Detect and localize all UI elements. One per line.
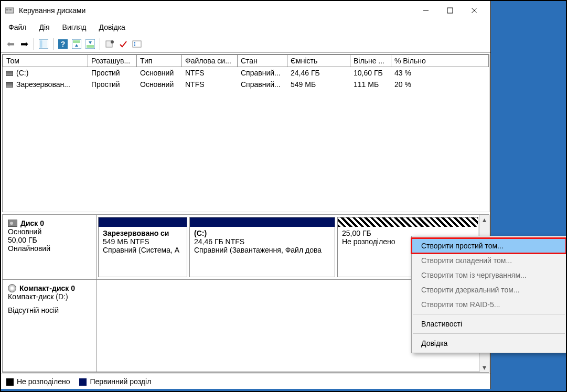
swatch-unallocated xyxy=(6,378,14,386)
volume-row[interactable]: (C:) Простий Основний NTFS Справний... 2… xyxy=(3,67,489,79)
ctx-create-raid5-volume[interactable]: Створити том RAID-5... xyxy=(412,297,566,312)
disk-row: Диск 0 Основний 50,00 ГБ Онлайновий Заре… xyxy=(3,215,479,280)
col-free[interactable]: Вільне ... xyxy=(350,55,391,67)
list-button[interactable] xyxy=(131,38,143,50)
ctx-create-mirror-volume[interactable]: Створити дзеркальний том... xyxy=(412,282,566,297)
view-top-button[interactable] xyxy=(70,38,83,50)
volume-list: Том Розташув... Тип Файлова си... Стан Є… xyxy=(2,54,489,212)
svg-rect-22 xyxy=(134,43,135,45)
menu-file[interactable]: Файл xyxy=(5,22,29,32)
show-hide-tree-button[interactable] xyxy=(37,38,50,50)
menu-view[interactable]: Вигляд xyxy=(59,22,90,32)
close-button[interactable] xyxy=(462,2,486,19)
legend-unallocated: Не розподілено xyxy=(17,377,70,386)
nav-forward-button[interactable]: ➡ xyxy=(18,38,30,50)
ctx-properties[interactable]: Властивості xyxy=(412,317,566,331)
view-bottom-button[interactable] xyxy=(84,38,97,50)
legend-primary: Первинний розділ xyxy=(90,377,151,386)
volume-fs: NTFS xyxy=(182,68,238,78)
volume-fs: NTFS xyxy=(182,80,238,89)
window-title: Керування дисками xyxy=(19,6,85,15)
help-button[interactable]: ? xyxy=(57,38,69,50)
partition-info: 549 МБ NTFS xyxy=(103,237,183,246)
volume-free: 10,60 ГБ xyxy=(350,68,391,78)
volume-capacity: 549 МБ xyxy=(287,80,350,89)
partition-status: Справний (Система, А xyxy=(103,246,183,254)
ctx-create-simple-volume[interactable]: Створити простий том... xyxy=(412,238,566,253)
col-type[interactable]: Тип xyxy=(137,55,182,67)
toolbar-separator xyxy=(53,38,54,50)
svg-text:?: ? xyxy=(61,40,66,48)
svg-rect-8 xyxy=(40,40,42,48)
disk-info[interactable]: Диск 0 Основний 50,00 ГБ Онлайновий xyxy=(3,215,97,279)
menu-help[interactable]: Довідка xyxy=(96,22,129,32)
disk-info[interactable]: Компакт-диск 0 Компакт-диск (D:) Відсутн… xyxy=(3,280,97,372)
svg-point-19 xyxy=(111,40,114,43)
minimize-button[interactable] xyxy=(414,2,438,19)
menubar: Файл Дія Вигляд Довідка xyxy=(1,20,490,36)
volume-status: Справний... xyxy=(238,80,287,89)
partition-info: 24,46 ГБ NTFS xyxy=(194,237,330,246)
app-icon xyxy=(5,6,15,15)
ctx-create-spanned-volume[interactable]: Створити складений том... xyxy=(412,253,566,268)
disk-size: 50,00 ГБ xyxy=(8,236,91,244)
disk-icon xyxy=(6,82,13,88)
ctx-create-striped-volume[interactable]: Створити том із чергуванням... xyxy=(412,268,566,282)
svg-rect-13 xyxy=(73,40,80,43)
harddisk-icon xyxy=(8,220,17,227)
check-button[interactable] xyxy=(117,38,130,50)
scroll-up-icon[interactable]: ▴ xyxy=(480,215,489,224)
menu-action[interactable]: Дія xyxy=(36,22,52,32)
volume-type: Основний xyxy=(137,68,182,78)
cdrom-icon xyxy=(8,284,16,292)
volume-pct: 43 % xyxy=(391,68,449,78)
scroll-down-icon[interactable]: ▾ xyxy=(480,363,489,372)
volume-status: Справний... xyxy=(238,68,287,78)
partition-header xyxy=(338,217,478,227)
partition-header xyxy=(190,217,335,227)
volume-name: (C:) xyxy=(16,69,28,77)
svg-rect-9 xyxy=(43,40,47,48)
col-volume[interactable]: Том xyxy=(3,55,88,67)
volume-list-header: Том Розташув... Тип Файлова си... Стан Є… xyxy=(3,55,489,67)
col-filesystem[interactable]: Файлова си... xyxy=(182,55,238,67)
menu-separator xyxy=(413,314,565,314)
disk-name: Диск 0 xyxy=(20,219,44,227)
context-menu: Створити простий том... Створити складен… xyxy=(411,236,566,353)
disk-name: Компакт-диск 0 xyxy=(19,284,75,292)
svg-rect-4 xyxy=(447,8,453,13)
volume-pct: 20 % xyxy=(391,80,449,89)
partition[interactable]: (C:) 24,46 ГБ NTFS Справний (Завантаженн… xyxy=(189,217,335,277)
volume-layout: Простий xyxy=(88,80,137,89)
col-status[interactable]: Стан xyxy=(238,55,287,67)
svg-rect-1 xyxy=(6,9,8,10)
disk-type: Основний xyxy=(8,227,91,236)
toolbar-separator xyxy=(34,38,34,50)
col-layout[interactable]: Розташув... xyxy=(88,55,137,67)
volume-row[interactable]: Зарезервован... Простий Основний NTFS Сп… xyxy=(3,79,489,90)
nav-back-button[interactable]: ⬅ xyxy=(4,38,17,50)
partition-status: Справний (Завантаження, Файл дова xyxy=(194,246,330,254)
svg-rect-2 xyxy=(9,9,12,10)
properties-button[interactable] xyxy=(103,38,116,50)
ctx-help[interactable]: Довідка xyxy=(412,336,566,351)
svg-rect-21 xyxy=(134,42,135,43)
volume-free: 111 МБ xyxy=(350,80,391,89)
col-capacity[interactable]: Ємність xyxy=(287,55,350,67)
titlebar: Керування дисками xyxy=(1,1,490,20)
maximize-button[interactable] xyxy=(438,2,462,19)
svg-marker-14 xyxy=(75,44,78,47)
svg-marker-17 xyxy=(89,41,92,44)
disk-row: Компакт-диск 0 Компакт-диск (D:) Відсутн… xyxy=(3,280,479,372)
toolbar: ⬅ ➡ ? xyxy=(1,36,490,53)
partition[interactable]: Зарезервовано си 549 МБ NTFS Справний (С… xyxy=(98,217,187,277)
disk-state: Онлайновий xyxy=(8,244,91,253)
svg-rect-23 xyxy=(134,45,135,46)
disk-drive: Компакт-диск (D:) xyxy=(8,292,91,301)
volume-layout: Простий xyxy=(88,68,137,78)
disk-state: Відсутній носій xyxy=(8,306,91,314)
partition-name: Зарезервовано си xyxy=(103,229,183,237)
col-percent-free[interactable]: % Вільно xyxy=(391,55,489,67)
partition-header xyxy=(99,217,187,227)
partition-name: (C:) xyxy=(194,229,330,237)
